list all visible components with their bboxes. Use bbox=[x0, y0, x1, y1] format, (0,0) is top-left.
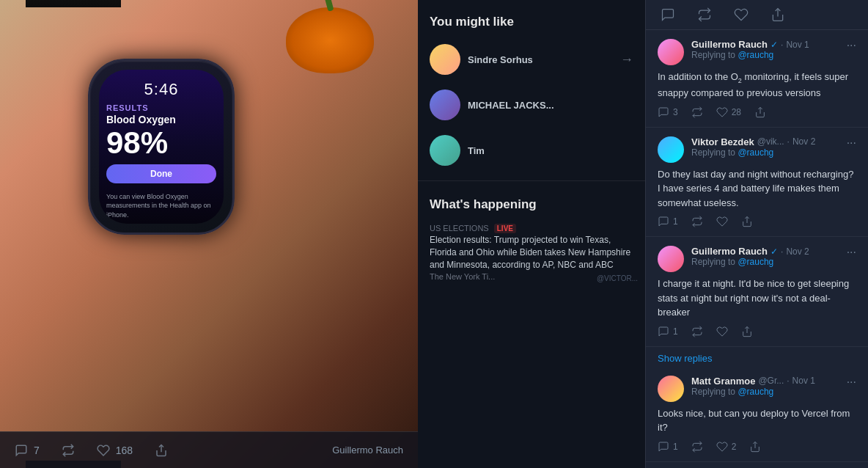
tweet-name-0: Guillermo Rauch bbox=[691, 39, 768, 50]
watch-body: 5:46 Results Blood Oxygen 98% Done You c… bbox=[88, 59, 235, 235]
tweet-like-btn-3[interactable]: 2 bbox=[716, 441, 737, 453]
show-replies-button[interactable]: Show replies bbox=[646, 347, 868, 367]
top-action-bar bbox=[646, 0, 868, 30]
tweet-more-3[interactable]: ··· bbox=[847, 376, 856, 389]
verified-icon-0: ✓ bbox=[770, 40, 778, 50]
tweet-like-count-0: 28 bbox=[732, 107, 741, 117]
tweet-actions-1: 1 bbox=[658, 216, 856, 227]
watch-time: 5:46 bbox=[99, 70, 224, 99]
retweet-top-icon[interactable] bbox=[697, 7, 712, 22]
tweet-actions-2: 1 bbox=[658, 326, 856, 337]
tweet-rt-btn-1[interactable] bbox=[691, 216, 703, 227]
watch-note: You can view Blood Oxygen measurements i… bbox=[99, 189, 224, 223]
tweet-reply-btn-0[interactable]: 3 bbox=[658, 106, 678, 118]
tweet-like-count-3: 2 bbox=[732, 442, 737, 452]
tweet-name-3: Matt Granmoe bbox=[691, 376, 755, 387]
tweet-name-row-2: Guillermo Rauch ✓ · Nov 2 bbox=[691, 246, 839, 257]
arrow-icon-0: → bbox=[620, 52, 633, 67]
tweet-rt-btn-0[interactable] bbox=[691, 106, 703, 118]
like-action[interactable]: 168 bbox=[97, 444, 133, 457]
image-section: 5:46 Results Blood Oxygen 98% Done You c… bbox=[0, 0, 418, 468]
tweet-share-btn-1[interactable] bbox=[741, 216, 753, 227]
suggestion-item-2[interactable]: Tim bbox=[418, 128, 645, 173]
share-icon bbox=[155, 444, 168, 457]
tweet-name-2: Guillermo Rauch bbox=[691, 246, 768, 257]
tweet-more-2[interactable]: ··· bbox=[847, 246, 856, 259]
tweet-reply-to-0: Replying to @rauchg bbox=[691, 50, 839, 60]
tweet-rt-btn-3[interactable] bbox=[691, 441, 703, 453]
tweet-share-btn-3[interactable] bbox=[749, 441, 761, 453]
tweet-more-0[interactable]: ··· bbox=[847, 39, 856, 52]
happening-category-0: US ELECTIONS LIVE bbox=[430, 224, 633, 233]
tweet-share-btn-2[interactable] bbox=[741, 326, 753, 337]
bottom-label: @VICTOR... bbox=[589, 270, 645, 287]
tweet-header-1: Viktor Bezdek @vik... · Nov 2 Replying t… bbox=[658, 136, 856, 163]
suggestion-item-0[interactable]: Sindre Sorhus → bbox=[418, 37, 645, 82]
happening-text-0: Election results: Trump projected to win… bbox=[430, 234, 633, 271]
tweet-meta-2: Guillermo Rauch ✓ · Nov 2 Replying to @r… bbox=[691, 246, 839, 270]
tweet-avatar-2 bbox=[658, 246, 684, 272]
suggestion-name-2: Tim bbox=[468, 145, 485, 156]
tweet-header-0: Guillermo Rauch ✓ · Nov 1 Replying to @r… bbox=[658, 39, 856, 65]
tweet-name-row-0: Guillermo Rauch ✓ · Nov 1 bbox=[691, 39, 839, 50]
happening-live-badge: LIVE bbox=[494, 224, 516, 233]
tweet-item-2: Guillermo Rauch ✓ · Nov 2 Replying to @r… bbox=[646, 237, 868, 347]
tweet-meta-0: Guillermo Rauch ✓ · Nov 1 Replying to @r… bbox=[691, 39, 839, 63]
reply-action[interactable]: 7 bbox=[15, 444, 40, 457]
retweet-action[interactable] bbox=[62, 444, 75, 457]
like-icon bbox=[97, 444, 110, 457]
tweet-meta-3: Matt Granmoe @Gr... · Nov 1 Replying to … bbox=[691, 376, 839, 400]
tweet-text-3: Looks nice, but can you deploy to Vercel… bbox=[658, 406, 856, 435]
like-count: 168 bbox=[116, 445, 133, 456]
tweet-reply-count-1: 1 bbox=[673, 216, 678, 227]
tweet-text-0: In addition to the O2 monitoring, it fee… bbox=[658, 70, 856, 100]
comment-top-icon[interactable] bbox=[661, 7, 675, 22]
tweet-reply-to-1: Replying to @rauchg bbox=[691, 147, 839, 158]
retweet-icon bbox=[62, 444, 75, 457]
tweet-avatar-3 bbox=[658, 376, 684, 402]
suggestion-avatar-0 bbox=[430, 44, 460, 75]
tweet-like-btn-0[interactable]: 28 bbox=[716, 106, 741, 118]
tweet-avatar-0 bbox=[658, 39, 684, 65]
tweet-rt-btn-2[interactable] bbox=[691, 326, 703, 337]
watch-results-label: Results bbox=[99, 99, 224, 114]
tweet-item-0: Guillermo Rauch ✓ · Nov 1 Replying to @r… bbox=[646, 30, 868, 128]
tweet-share-btn-0[interactable] bbox=[754, 106, 766, 118]
tweet-name-row-3: Matt Granmoe @Gr... · Nov 1 bbox=[691, 376, 839, 387]
tweet-date-3: Nov 1 bbox=[792, 376, 815, 386]
like-top-icon[interactable] bbox=[734, 7, 749, 22]
suggestion-avatar-2 bbox=[430, 135, 460, 166]
tweet-reply-count-2: 1 bbox=[673, 326, 678, 337]
share-action[interactable] bbox=[155, 444, 168, 457]
watch-band-top bbox=[26, 0, 121, 7]
suggestion-avatar-1 bbox=[430, 89, 460, 120]
tweet-dot-1: · bbox=[787, 136, 790, 147]
tweet-handle-3: @Gr... bbox=[758, 376, 784, 386]
tweet-actions-0: 3 28 bbox=[658, 106, 856, 118]
tweet-text-1: Do they last day and night without recha… bbox=[658, 167, 856, 211]
poster-name: Guillermo Rauch bbox=[332, 445, 403, 456]
tweet-reply-count-3: 1 bbox=[673, 442, 678, 452]
pumpkin-decoration bbox=[286, 7, 374, 73]
tweet-avatar-1 bbox=[658, 136, 684, 163]
tweet-reply-btn-1[interactable]: 1 bbox=[658, 216, 678, 227]
tweet-reply-btn-3[interactable]: 1 bbox=[658, 441, 678, 453]
suggestion-name-1: MICHAEL JACKS... bbox=[468, 100, 554, 111]
tweet-dot-0: · bbox=[781, 40, 783, 50]
tweet-name-row-1: Viktor Bezdek @vik... · Nov 2 bbox=[691, 136, 839, 147]
tweet-header-2: Guillermo Rauch ✓ · Nov 2 Replying to @r… bbox=[658, 246, 856, 272]
suggestion-item-1[interactable]: MICHAEL JACKS... bbox=[418, 82, 645, 128]
tweet-header-3: Matt Granmoe @Gr... · Nov 1 Replying to … bbox=[658, 376, 856, 402]
tweet-date-0: Nov 1 bbox=[786, 40, 809, 50]
share-top-icon[interactable] bbox=[770, 7, 785, 22]
tweet-date-1: Nov 2 bbox=[792, 136, 815, 147]
tweet-like-btn-2[interactable] bbox=[716, 326, 728, 337]
tweet-reply-btn-2[interactable]: 1 bbox=[658, 326, 678, 337]
tweet-like-btn-1[interactable] bbox=[716, 216, 728, 227]
tweet-date-2: Nov 2 bbox=[786, 246, 809, 257]
tweet-actions-3: 1 2 bbox=[658, 441, 856, 453]
watch-percentage: 98% bbox=[99, 128, 224, 158]
you-might-like-header: You might like bbox=[418, 0, 645, 37]
tweet-dot-3: · bbox=[787, 376, 789, 386]
tweet-more-1[interactable]: ··· bbox=[847, 136, 856, 150]
